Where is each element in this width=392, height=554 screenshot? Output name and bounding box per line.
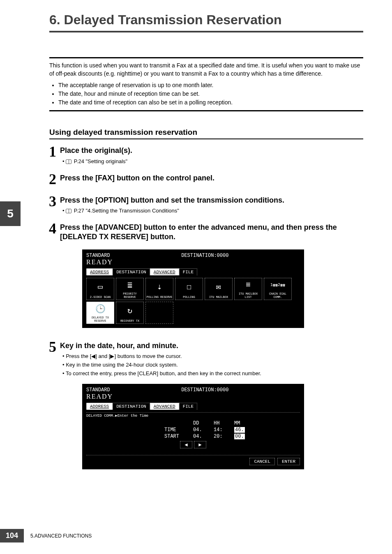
btn-label: RECOVERY TX [120,319,139,323]
btn-2sided-scan[interactable]: ▭2-SIDED SCAN [86,278,114,300]
step-reference: P.24 "Setting originals" [74,158,127,164]
bullet-dot [62,158,66,164]
bullet-dot [62,208,66,214]
step-heading: Press the [OPTION] button and set the tr… [60,196,363,205]
chain-digit: 2 [278,283,280,287]
btn-polling[interactable]: ☐POLLING [175,278,203,300]
footer-section: 5.ADVANCED FUNCTIONS [30,533,92,539]
step-1: 1 Place the original(s). P.24 "Setting o… [45,144,363,164]
btn-itu-mailbox[interactable]: ✉ITU MAILBOX [205,278,233,300]
cancel-button[interactable]: CANCEL [249,458,275,465]
intro-paragraph: This function is used when you want to t… [49,62,363,78]
tab-advanced[interactable]: ADVANCED [150,403,179,410]
enter-button[interactable]: ENTER [277,458,300,465]
tab-destination[interactable]: DESTINATION [113,403,150,410]
lcd-destination-count: DESTINATION:0000 [181,253,228,259]
start-mm[interactable]: 00. [234,434,245,439]
side-tab: 5 [0,201,21,226]
intro-bullet: The acceptable range of reservation is u… [58,81,363,90]
lcd-screenshot-advanced-menu: STANDARD DESTINATION:0000 READY ADDRESS … [49,249,363,328]
chapter-number: 6. [49,12,60,27]
btn-label: DELAYED TX RESERVE [87,316,114,323]
lcd-ready: READY [86,259,300,266]
rule-top [49,57,363,58]
btn-recovery-tx[interactable]: ↻RECOVERY TX [116,302,144,324]
step-sub-item: To correct the entry, press the [CLEAR] … [66,370,261,376]
col-hh: HH [214,420,234,426]
lcd-tabs: ADDRESS DESTINATION ADVANCED FILE [86,403,300,410]
btn-label: 2-SIDED SCAN [90,295,111,299]
left-arrow-icon: ◄ [184,442,189,448]
btn-polling-reserve[interactable]: ⇣POLLING RESERVE [145,278,173,300]
btn-label: ITU MAILBOX LIST [235,292,262,299]
step-heading: Key in the date, hour, and minute. [60,341,363,351]
tab-advanced[interactable]: ADVANCED [150,268,179,275]
book-icon [66,209,71,213]
tab-file[interactable]: FILE [179,268,197,275]
step-number: 3 [45,194,60,209]
page-footer: 104 5.ADVANCED FUNCTIONS [0,529,92,542]
lcd-mode: STANDARD [86,253,110,259]
step-number: 4 [45,221,60,236]
step-5: 5 Key in the date, hour, and minute. Pre… [45,339,363,376]
step-number: 2 [45,172,60,187]
step-3: 3 Press the [OPTION] button and set the … [45,194,363,214]
chain-digit: 1 [270,283,273,287]
tab-file[interactable]: FILE [179,403,197,410]
book-icon [66,159,71,164]
row-time-label: TIME [164,427,193,433]
step-number: 5 [45,339,60,354]
step-2: 2 Press the [FAX] button on the control … [45,172,363,187]
step-sub-item: Key in the time using the 24-hour clock … [66,362,178,368]
tab-address[interactable]: ADDRESS [86,268,113,275]
tab-address[interactable]: ADDRESS [86,403,113,410]
row-start-label: START [164,434,193,439]
step-4: 4 Press the [ADVANCED] button to enter t… [45,221,363,242]
step-number: 1 [45,144,60,159]
cursor-right-button[interactable]: ► [194,441,206,448]
btn-label: POLLING [183,295,195,299]
cursor-left-button[interactable]: ◄ [180,441,192,448]
intro-bullet: The date and time of reception can also … [58,98,363,107]
step-reference: P.27 "4.Setting the Transmission Conditi… [74,208,179,214]
btn-label: PRIORITY RESERVE [116,292,143,299]
lcd-prompt: DELAYED COMM.▶Enter the Time [86,412,300,418]
intro-bullet: The date, hour and minute of reception t… [58,90,363,98]
btn-chain-dial-comm[interactable]: 1☎☎2☎☎CHAIN DIAL COMM. [264,278,292,300]
section-title: Using delayed transmission reservation [49,128,363,139]
lcd-ready: READY [86,393,300,400]
time-mm[interactable]: 46. [234,427,245,433]
rule-bottom [49,110,363,111]
right-arrow-icon: ► [198,442,203,448]
tab-destination[interactable]: DESTINATION [113,268,150,275]
empty-slot [145,302,173,324]
lcd-screenshot-time-entry: STANDARD DESTINATION:0000 READY ADDRESS … [49,384,363,469]
btn-label: CHAIN DIAL COMM. [264,292,291,299]
step-heading: Press the [FAX] button on the control pa… [60,173,363,183]
time-hh[interactable]: 14: [214,427,234,433]
page-number: 104 [0,529,24,542]
col-dd: DD [193,420,214,426]
btn-itu-mailbox-list[interactable]: ≡ITU MAILBOX LIST [234,278,262,300]
btn-delayed-tx-reserve[interactable]: 🕒DELAYED TX RESERVE [86,302,114,324]
btn-label: POLLING RESERVE [146,295,172,299]
col-mm: MM [234,420,255,426]
time-dd[interactable]: 04. [193,427,214,433]
chapter-title: 6. Delayed Transmission Reservation [49,12,363,32]
bullet-dot [62,362,66,368]
step-sub-item: Press the [◀] and [▶] buttons to move th… [66,353,182,359]
bullet-dot [62,353,66,359]
chapter-title-text: Delayed Transmission Reservation [64,12,282,27]
start-dd[interactable]: 04. [193,434,214,439]
start-hh[interactable]: 20: [214,434,234,439]
lcd-destination-count: DESTINATION:0000 [181,387,228,393]
lcd-tabs: ADDRESS DESTINATION ADVANCED FILE [86,268,300,275]
step-heading: Press the [ADVANCED] button to enter the… [60,223,363,242]
btn-priority-reserve[interactable]: ≣PRIORITY RESERVE [116,278,144,300]
btn-label: ITU MAILBOX [209,295,228,299]
intro-bullet-list: The acceptable range of reservation is u… [58,81,363,107]
step-heading: Place the original(s). [60,146,363,155]
lcd-mode: STANDARD [86,387,110,393]
bullet-dot [62,370,66,376]
